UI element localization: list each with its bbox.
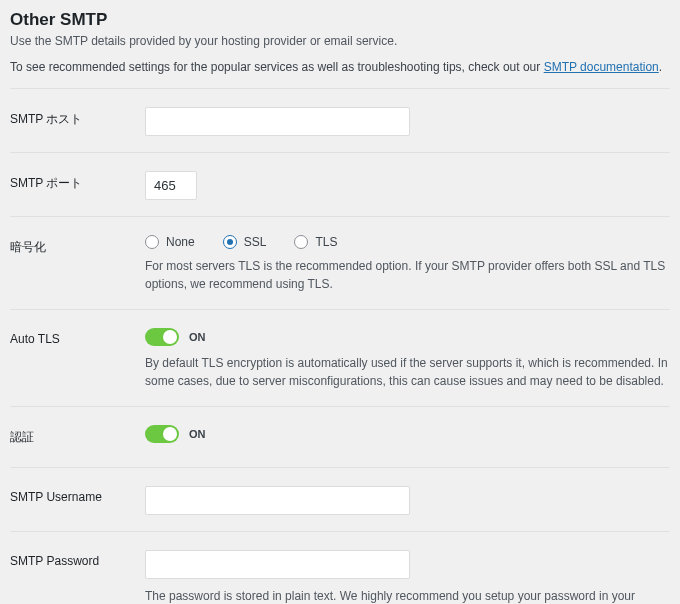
label-username: SMTP Username: [10, 486, 145, 515]
label-encryption: 暗号化: [10, 235, 145, 293]
smtp-host-input[interactable]: [145, 107, 410, 136]
row-auth: 認証 ON: [10, 406, 670, 467]
password-help: The password is stored in plain text. We…: [145, 587, 670, 604]
label-smtp-port: SMTP ポート: [10, 171, 145, 200]
label-password: SMTP Password: [10, 550, 145, 604]
section-subtitle: Use the SMTP details provided by your ho…: [10, 34, 670, 48]
row-encryption: 暗号化 None SSL TLS For most servers TLS is…: [10, 216, 670, 309]
encryption-radio-group: None SSL TLS: [145, 235, 670, 249]
radio-icon: [294, 235, 308, 249]
radio-icon: [223, 235, 237, 249]
row-smtp-port: SMTP ポート: [10, 152, 670, 216]
smtp-documentation-link[interactable]: SMTP documentation: [544, 60, 659, 74]
row-auto-tls: Auto TLS ON By default TLS encryption is…: [10, 309, 670, 406]
smtp-port-input[interactable]: [145, 171, 197, 200]
auto-tls-toggle[interactable]: [145, 328, 179, 346]
radio-icon: [145, 235, 159, 249]
radio-tls[interactable]: TLS: [294, 235, 337, 249]
auth-toggle[interactable]: [145, 425, 179, 443]
intro-suffix: .: [659, 60, 662, 74]
radio-ssl[interactable]: SSL: [223, 235, 267, 249]
auth-state: ON: [189, 428, 206, 440]
smtp-password-input[interactable]: [145, 550, 410, 579]
label-auto-tls: Auto TLS: [10, 328, 145, 390]
radio-none[interactable]: None: [145, 235, 195, 249]
row-smtp-host: SMTP ホスト: [10, 88, 670, 152]
radio-tls-label: TLS: [315, 235, 337, 249]
label-auth: 認証: [10, 425, 145, 451]
password-help-prefix: The password is stored in plain text. We…: [145, 589, 635, 604]
intro-text: To see recommended settings for the popu…: [10, 60, 670, 74]
encryption-help: For most servers TLS is the recommended …: [145, 257, 670, 293]
smtp-username-input[interactable]: [145, 486, 410, 515]
auto-tls-state: ON: [189, 331, 206, 343]
radio-none-label: None: [166, 235, 195, 249]
row-username: SMTP Username: [10, 467, 670, 531]
label-smtp-host: SMTP ホスト: [10, 107, 145, 136]
section-title: Other SMTP: [10, 10, 670, 30]
intro-prefix: To see recommended settings for the popu…: [10, 60, 544, 74]
radio-ssl-label: SSL: [244, 235, 267, 249]
auto-tls-help: By default TLS encryption is automatical…: [145, 354, 670, 390]
row-password: SMTP Password The password is stored in …: [10, 531, 670, 604]
